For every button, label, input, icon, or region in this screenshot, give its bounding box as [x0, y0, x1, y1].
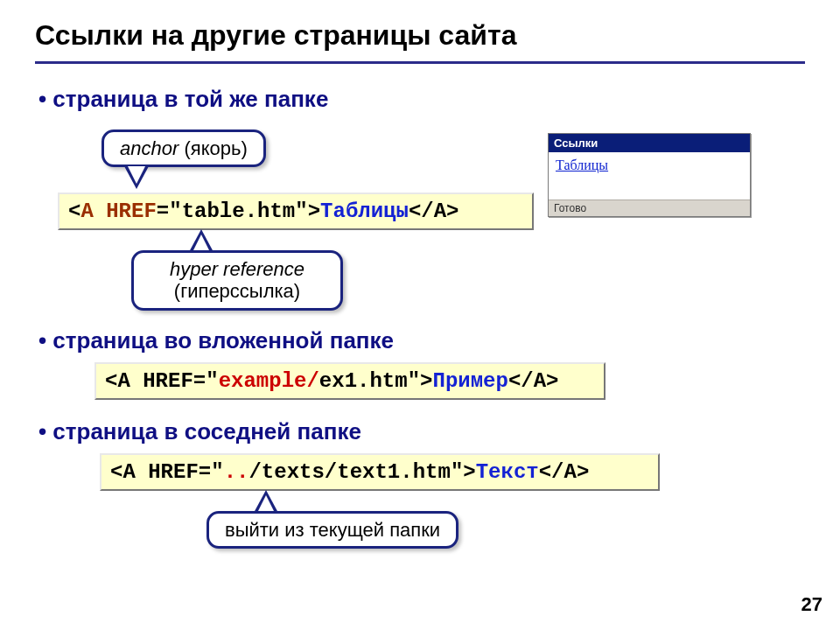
code1-gt: >: [308, 200, 320, 223]
callout-href-em: hyper reference: [170, 258, 304, 280]
code3-close: </A>: [539, 460, 590, 484]
callout-href-tail: [189, 229, 214, 252]
code2-text: Пример: [432, 369, 508, 393]
browser-link[interactable]: Таблицы: [556, 158, 608, 172]
bullet-3: страница в соседней папке: [38, 418, 361, 445]
page-number: 27: [802, 593, 822, 616]
code3-text: Текст: [476, 460, 539, 484]
code1-eq: =": [157, 200, 182, 223]
code2-dir: example/: [219, 369, 319, 393]
code3-dots: ..: [224, 460, 249, 484]
code1-q2: ": [295, 200, 307, 223]
callout-anchor-tail: [124, 166, 149, 189]
browser-mock: Ссылки Таблицы Готово: [548, 133, 751, 217]
code3-qgt: ">: [451, 460, 476, 484]
callout-anchor: anchor (якорь): [102, 130, 266, 167]
codebox-2: <A HREF="example/ex1.htm">Пример</A>: [94, 362, 606, 400]
code1-close: </A>: [409, 200, 459, 223]
callout-href: hyper reference (гиперссылка): [131, 250, 343, 311]
code3-open: <A HREF=": [110, 460, 224, 484]
callout-updir-text: выйти из текущей папки: [225, 519, 440, 541]
code1-file: table.htm: [182, 200, 296, 223]
browser-statusbar: Готово: [549, 200, 750, 216]
bullet-1: страница в той же папке: [38, 86, 328, 113]
code1-text: Таблицы: [320, 200, 409, 223]
callout-updir-tail: [254, 490, 278, 513]
code2-file: ex1.htm: [319, 369, 408, 393]
callout-updir: выйти из текущей папки: [206, 511, 458, 549]
bullet-2: страница во вложенной папке: [38, 327, 394, 354]
codebox-1: <A HREF="table.htm">Таблицы</A>: [58, 192, 534, 230]
codebox-3: <A HREF="../texts/text1.htm">Текст</A>: [100, 453, 660, 491]
code1-a: A: [80, 200, 93, 223]
browser-body: Таблицы: [549, 152, 750, 200]
code2-open: <A HREF=": [105, 369, 219, 393]
code2-qgt: ">: [408, 369, 433, 393]
page-title: Ссылки на другие страницы сайта: [35, 19, 516, 52]
code3-rest: /texts/text1.htm: [248, 460, 450, 484]
callout-anchor-em: anchor: [120, 137, 178, 159]
code2-close: </A>: [508, 369, 559, 393]
code1-href: HREF: [106, 200, 157, 223]
title-rule: [35, 61, 805, 64]
callout-anchor-rest: (якорь): [178, 137, 247, 159]
callout-href-rest: (гиперссылка): [174, 280, 300, 302]
browser-titlebar: Ссылки: [549, 134, 750, 152]
code1-sp: [94, 200, 106, 223]
code1-lt: <: [68, 200, 80, 223]
